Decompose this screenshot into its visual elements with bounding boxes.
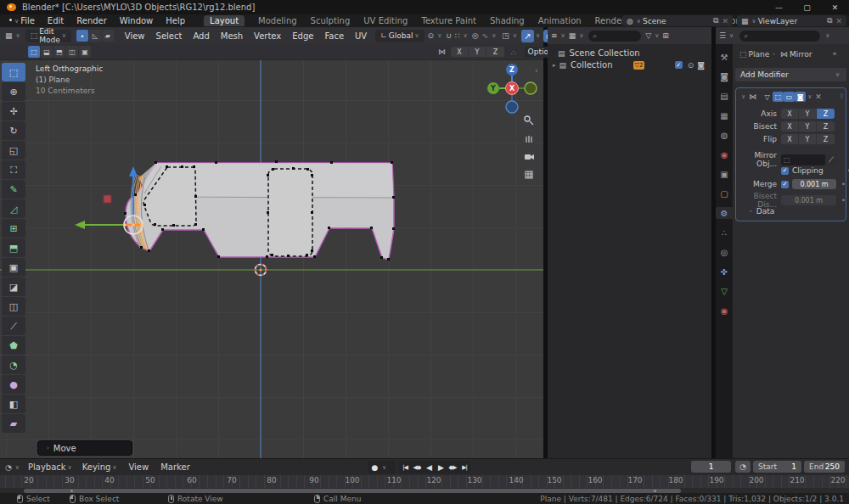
menu-edit[interactable]: Edit xyxy=(48,16,64,25)
play-reverse-button[interactable]: ◀ xyxy=(423,461,435,473)
outliner-row-scene-collection[interactable]: ▤ Scene Collection xyxy=(548,47,711,59)
tab-scene[interactable]: ◍ xyxy=(717,129,732,141)
viewport-nav-buttons[interactable] xyxy=(521,113,537,182)
menu-marker[interactable]: Marker xyxy=(160,462,190,472)
delete-scene-icon[interactable]: ✕ xyxy=(722,17,728,25)
add-modifier-button[interactable]: Add Modifier ∨ xyxy=(735,68,846,81)
data-subpanel[interactable]: › Data xyxy=(748,207,774,216)
pivot-point-icon[interactable]: ⊙ xyxy=(428,31,435,40)
outliner-filter-type-icon[interactable]: ▦ xyxy=(569,31,576,40)
menu-render[interactable]: Render xyxy=(76,16,107,25)
close-button[interactable]: ✕ xyxy=(821,0,849,14)
disable-render-icon[interactable]: ◙ xyxy=(697,61,705,70)
edge-select-mode-button[interactable]: ◺ xyxy=(89,30,101,42)
tab-collection[interactable]: ▣ xyxy=(717,168,732,180)
mirror-x-button[interactable]: X xyxy=(451,47,469,57)
tool-select-box[interactable]: ⬚ xyxy=(2,63,25,81)
tab-object[interactable]: ▢ xyxy=(717,188,732,199)
tab-object-data[interactable]: ▽ xyxy=(717,285,732,297)
tool-bevel[interactable]: ◪ xyxy=(2,277,25,296)
use-preview-range-button[interactable]: ◔ xyxy=(735,461,751,473)
workspace-tab-modeling[interactable]: Modeling xyxy=(258,16,297,25)
realtime-toggle[interactable]: ▭ xyxy=(784,92,795,102)
viewport-3d[interactable]: ▦ ∨ ⬚ Edit Mode ∨ ∙ ◺ ▰ View Select Add … xyxy=(0,27,543,458)
breadcrumb-object[interactable]: Plane xyxy=(749,50,770,59)
frame-end-field[interactable]: End 250 xyxy=(804,461,845,473)
tab-output[interactable]: ▤ xyxy=(717,90,732,102)
mode-selector[interactable]: ⬚ Edit Mode ∨ xyxy=(25,30,71,42)
view-layer-selector[interactable]: ▦ ∨ ViewLayer ⧉ ✕ xyxy=(737,15,846,26)
new-scene-icon[interactable]: ⧉ xyxy=(713,16,718,25)
drag-handle-icon[interactable]: ⠿ xyxy=(840,93,844,100)
new-view-layer-icon[interactable]: ⧉ xyxy=(827,16,832,25)
navigation-gizmo[interactable]: Z Y X xyxy=(487,64,537,113)
menu-view[interactable]: View xyxy=(125,31,145,41)
merge-checkbox[interactable]: ✓ xyxy=(781,181,789,188)
axis-x-button[interactable]: X xyxy=(781,109,799,119)
tab-world[interactable]: ◉ xyxy=(717,148,732,160)
menu-mesh[interactable]: Mesh xyxy=(221,31,243,41)
select-mode-invert-button[interactable]: ◫ xyxy=(66,46,78,58)
play-button[interactable]: ▶ xyxy=(435,461,447,473)
face-select-mode-button[interactable]: ▰ xyxy=(102,30,114,42)
tool-edge-slide[interactable]: ◧ xyxy=(2,395,25,413)
render-toggle[interactable]: ◙ xyxy=(795,92,806,102)
pin-icon[interactable]: ⌖ xyxy=(833,49,837,59)
properties-editor-icon[interactable]: ☰ xyxy=(719,31,726,40)
menu-view[interactable]: View xyxy=(128,462,149,472)
object-origin-marker[interactable] xyxy=(104,195,111,203)
chevron-down-icon[interactable]: ∨ xyxy=(807,93,812,100)
axis-y-button[interactable]: Y xyxy=(799,109,817,119)
tool-annotate[interactable]: ✎ xyxy=(2,180,25,199)
tool-scale[interactable]: ◱ xyxy=(2,141,25,160)
jump-to-end-button[interactable]: ▶| xyxy=(458,461,470,473)
bisect-distance-field[interactable]: 0.001 m xyxy=(781,195,836,205)
menu-file[interactable]: File xyxy=(20,16,35,25)
workspace-tab-shading[interactable]: Shading xyxy=(490,16,525,25)
tab-physics[interactable]: ◎ xyxy=(717,246,732,258)
jump-to-start-button[interactable]: |◀ xyxy=(399,461,411,473)
merge-value-field[interactable]: 0.001 m xyxy=(792,179,836,189)
menu-edge[interactable]: Edge xyxy=(292,31,313,41)
flip-z-button[interactable]: Z xyxy=(817,134,835,144)
collection-checkbox[interactable]: ✓ xyxy=(675,61,683,69)
tab-view-layer[interactable]: ▦ xyxy=(717,109,732,121)
sidebar-toggle-arrow[interactable]: ‹ xyxy=(535,66,538,75)
bisect-y-button[interactable]: Y xyxy=(799,121,817,132)
menu-window[interactable]: Window xyxy=(120,16,153,25)
nav-axis-y-neg[interactable] xyxy=(525,82,537,94)
editor-type-icon[interactable]: ▦ xyxy=(5,31,13,40)
frame-start-field[interactable]: Start 1 xyxy=(753,461,801,473)
timeline-ruler[interactable]: 20 30 40 50 60 70 80 90 100 110 120 130 … xyxy=(0,475,849,488)
proportional-editing-icon[interactable]: ◎ xyxy=(472,31,479,40)
breadcrumb-modifier[interactable]: Mirror xyxy=(790,50,812,59)
tab-material[interactable]: ◉ xyxy=(717,305,732,316)
outliner-row-collection[interactable]: ▸ ▤ Collection ▽2 ✓ ⊙ ◙ xyxy=(548,59,711,71)
gizmo-z-arrow[interactable] xyxy=(129,166,138,176)
tab-tool[interactable]: ⚒ xyxy=(717,51,732,63)
workspace-tab-layout[interactable]: Layout xyxy=(204,15,245,26)
nav-axis-z-neg[interactable] xyxy=(506,101,518,113)
eyedropper-icon[interactable]: ⟋ xyxy=(825,154,837,165)
vertex-select-mode-button[interactable]: ∙ xyxy=(76,30,88,42)
gizmo-y-arrow[interactable] xyxy=(75,221,85,229)
axis-z-button[interactable]: Z xyxy=(817,109,835,119)
current-frame-field[interactable]: 1 xyxy=(691,461,731,473)
show-object-types-icon[interactable]: ◳ xyxy=(502,31,509,40)
maximize-button[interactable]: ▢ xyxy=(793,0,821,14)
scrollbar-zoom-handle[interactable] xyxy=(70,490,73,492)
flip-x-button[interactable]: X xyxy=(781,134,799,144)
filter-icon[interactable]: ▽ xyxy=(645,31,651,40)
menu-keying[interactable]: Keying xyxy=(82,462,111,472)
operator-panel-move[interactable]: › Move xyxy=(37,440,132,456)
hide-eye-icon[interactable]: ⊙ xyxy=(688,61,694,70)
new-collection-icon[interactable]: ⊞ xyxy=(662,31,669,40)
clipping-checkbox[interactable]: ✓ xyxy=(781,167,789,175)
timeline-editor-icon[interactable]: ◔ xyxy=(5,463,12,472)
animate-dot[interactable]: • xyxy=(841,181,846,188)
remove-view-layer-icon[interactable]: ✕ xyxy=(835,17,842,25)
transform-orientation-selector[interactable]: ∟ Global ∨ xyxy=(375,30,424,42)
tool-rotate[interactable]: ↻ xyxy=(2,121,25,140)
tool-loop-cut[interactable]: ◫ xyxy=(2,297,25,316)
menu-playback[interactable]: Playback xyxy=(28,462,66,472)
